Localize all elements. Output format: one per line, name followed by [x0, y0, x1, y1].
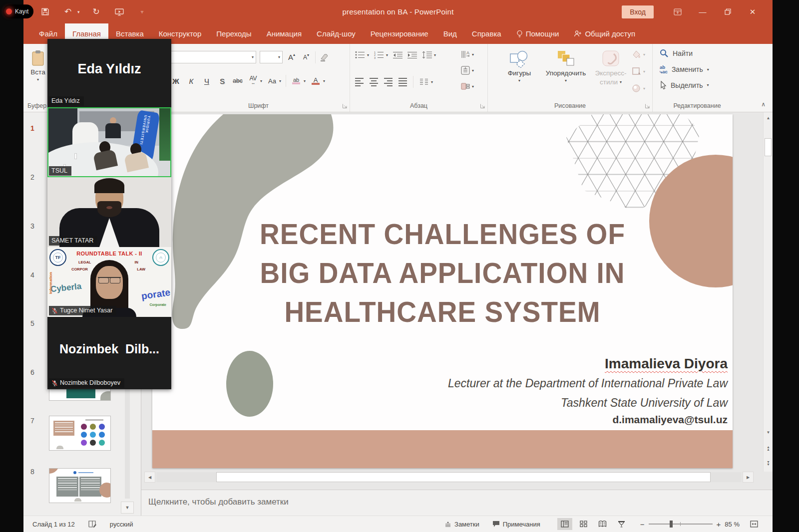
shapes-button[interactable]: Фигуры ▾	[498, 50, 541, 83]
thumb-number-3[interactable]: 3	[30, 222, 34, 230]
strikethrough-button[interactable]: abc	[232, 75, 243, 87]
text-direction-button[interactable]: A	[461, 50, 470, 59]
align-center-button[interactable]	[370, 76, 378, 88]
select-button[interactable]: Выделить	[671, 81, 703, 89]
scroll-up-icon[interactable]: ▲	[764, 113, 773, 122]
shape-effects-icon[interactable]	[632, 84, 641, 93]
tab-review[interactable]: Рецензирование	[363, 23, 436, 44]
thumb-number-6[interactable]: 6	[30, 368, 34, 376]
thumb-number-5[interactable]: 5	[30, 319, 34, 327]
drawing-dialog-launcher-icon[interactable]	[645, 103, 650, 109]
line-spacing-button[interactable]	[422, 51, 432, 59]
slide-title[interactable]: RECENT CHALLENGES OF BIG DATA APPLICATIO…	[152, 215, 733, 332]
participant-tile-tsul[interactable]: YURIDIK UNIVERSITETI TSUL	[47, 107, 171, 177]
shape-outline-icon[interactable]	[632, 67, 641, 76]
collapse-ribbon-icon[interactable]: ∧	[761, 101, 766, 108]
horizontal-scroll-thumb[interactable]	[216, 472, 711, 482]
align-left-button[interactable]	[355, 76, 364, 88]
font-name-combobox[interactable]: ▾	[170, 51, 256, 63]
tab-transitions[interactable]: Переходы	[209, 23, 259, 44]
notes-toggle[interactable]: Заметки	[444, 521, 479, 528]
underline-button[interactable]: Ч	[201, 75, 212, 87]
tab-slideshow[interactable]: Слайд-шоу	[309, 23, 363, 44]
vertical-scroll-thumb[interactable]	[765, 138, 772, 156]
thumb-number-1[interactable]: 1	[30, 124, 34, 132]
zoom-out-icon[interactable]: −	[640, 520, 645, 529]
ribbon-display-options-icon[interactable]	[668, 4, 688, 19]
thumbnail-scroll-down-icon[interactable]: ▼	[121, 502, 134, 514]
next-slide-button[interactable]: ▼▼	[764, 459, 773, 468]
participant-tile-samet[interactable]: SAMET TATAR	[47, 177, 171, 247]
thumb-number-8[interactable]: 8	[30, 468, 34, 476]
sign-in-button[interactable]: Вход	[622, 5, 654, 18]
zoom-level[interactable]: 85 %	[725, 521, 740, 528]
bullets-button[interactable]	[355, 51, 365, 59]
zoom-slider[interactable]	[649, 524, 713, 525]
numbering-button[interactable]: 123	[374, 51, 384, 59]
meeting-participants-overlay[interactable]: Eda Yıldız Eda Yıldız YURIDIK UNIVERSITE…	[47, 39, 171, 389]
tab-share[interactable]: Общий доступ	[566, 23, 643, 44]
change-case-button[interactable]: Aa	[267, 75, 278, 87]
slide-8-thumbnail[interactable]	[49, 468, 111, 503]
reading-view-button[interactable]	[595, 518, 610, 530]
scroll-left-icon[interactable]: ◀	[144, 472, 155, 483]
language-indicator[interactable]: русский	[110, 521, 133, 528]
shrink-font-button[interactable]: А▾	[301, 51, 312, 63]
notes-placeholder[interactable]: Щелкните, чтобы добавить заметки	[148, 497, 289, 507]
accessibility-check-icon[interactable]	[88, 520, 97, 528]
tab-animations[interactable]: Анимация	[259, 23, 309, 44]
horizontal-scroll-track[interactable]	[156, 472, 742, 482]
replace-button[interactable]: Заменить	[672, 65, 703, 73]
justify-button[interactable]	[399, 76, 407, 88]
participant-tile-eda[interactable]: Eda Yıldız Eda Yıldız	[47, 39, 171, 107]
restore-button[interactable]	[718, 4, 738, 19]
bold-button[interactable]: Ж	[170, 75, 181, 87]
align-text-button[interactable]	[461, 66, 470, 75]
zoom-slider-thumb[interactable]	[670, 521, 673, 528]
decrease-indent-button[interactable]	[393, 51, 402, 59]
close-button[interactable]: ✕	[743, 4, 763, 19]
align-right-button[interactable]	[384, 76, 393, 88]
columns-button[interactable]	[419, 78, 428, 85]
grow-font-button[interactable]: А▴	[286, 51, 297, 63]
minimize-button[interactable]: —	[693, 4, 713, 19]
comments-toggle[interactable]: Примечания	[492, 521, 540, 528]
shape-fill-icon[interactable]	[632, 50, 641, 59]
participant-tile-nozimbek[interactable]: Nozimbek Dilb... Nozimbek Dilboboyev	[47, 317, 171, 389]
slide-7-thumbnail[interactable]	[49, 416, 111, 451]
participant-tile-tugce[interactable]: TF ∩ ROUNDTABLE TALK - II LEGAL IN CORPO…	[47, 247, 171, 317]
quick-styles-button[interactable]: Экспресс- стили▾	[591, 50, 631, 86]
scroll-down-icon[interactable]: ▼	[764, 428, 773, 437]
increase-indent-button[interactable]	[407, 51, 417, 59]
previous-slide-button[interactable]: ▲▲	[764, 444, 773, 453]
italic-button[interactable]: К	[186, 75, 197, 87]
text-shadow-button[interactable]: S	[217, 75, 228, 87]
paste-button[interactable]: Вста ▾	[30, 50, 45, 82]
character-spacing-button[interactable]: AV↔	[248, 75, 259, 87]
tab-assistant[interactable]: Помощни	[509, 23, 567, 44]
normal-view-button[interactable]	[557, 518, 572, 530]
thumb-number-7[interactable]: 7	[30, 417, 34, 425]
slide-editor[interactable]: RECENT CHALLENGES OF BIG DATA APPLICATIO…	[152, 114, 733, 468]
slide-counter[interactable]: Слайд 1 из 12	[32, 521, 75, 528]
author-block[interactable]: Imamalieva Diyora Lecturer at the Depart…	[448, 356, 728, 426]
fit-slide-to-window-icon[interactable]	[747, 518, 762, 530]
font-size-combobox[interactable]: ▾	[260, 51, 283, 63]
slideshow-view-button[interactable]	[614, 518, 629, 530]
slide-sorter-view-button[interactable]	[576, 518, 591, 530]
text-highlight-button[interactable]: ab	[291, 75, 302, 87]
find-button[interactable]: Найти	[673, 49, 693, 57]
zoom-in-icon[interactable]: +	[717, 520, 721, 529]
font-dialog-launcher-icon[interactable]	[342, 103, 348, 109]
convert-smartart-button[interactable]	[461, 82, 470, 91]
clear-formatting-icon[interactable]	[319, 51, 330, 63]
paragraph-dialog-launcher-icon[interactable]	[480, 103, 485, 109]
tab-view[interactable]: Вид	[436, 23, 464, 44]
notes-pane[interactable]: Щелкните, чтобы добавить заметки	[141, 490, 773, 516]
scroll-right-icon[interactable]: ▶	[743, 472, 754, 483]
font-color-button[interactable]: А	[310, 75, 321, 87]
tab-help[interactable]: Справка	[464, 23, 509, 44]
thumb-number-2[interactable]: 2	[30, 173, 34, 181]
arrange-button[interactable]: Упорядочить ▾	[542, 50, 590, 83]
thumb-number-4[interactable]: 4	[30, 271, 34, 279]
